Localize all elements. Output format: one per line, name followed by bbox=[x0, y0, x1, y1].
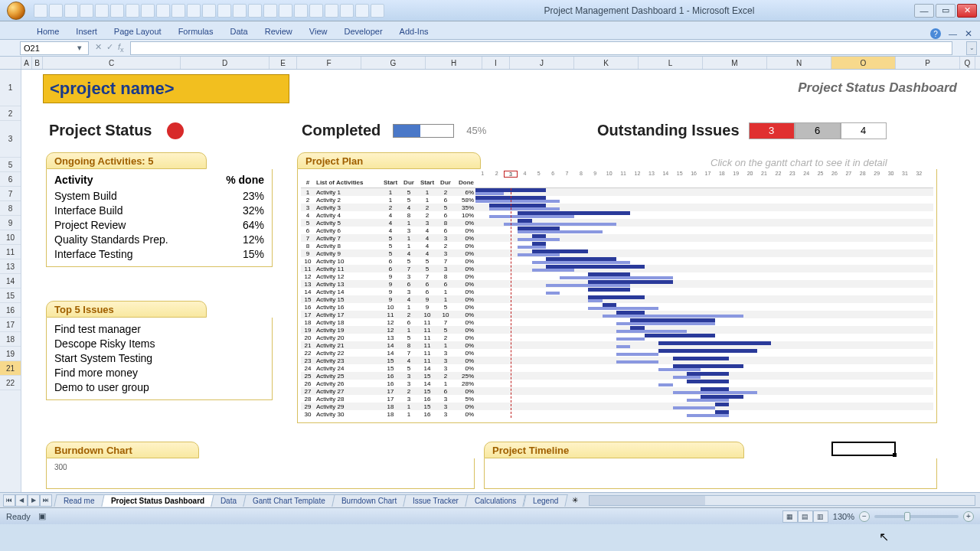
sheet-tab-data[interactable]: Data bbox=[211, 494, 247, 507]
sheet-tab-legend[interactable]: Legend bbox=[523, 494, 568, 507]
zoom-in-button[interactable]: + bbox=[963, 511, 974, 522]
qat-btn[interactable] bbox=[187, 4, 201, 18]
row-header-10[interactable]: 10 bbox=[0, 230, 21, 245]
row-header-13[interactable]: 13 bbox=[0, 259, 21, 274]
qat-btn[interactable] bbox=[340, 4, 354, 18]
qat-undo-icon[interactable] bbox=[49, 4, 63, 18]
ribbon-tab-formulas[interactable]: Formulas bbox=[177, 24, 215, 39]
col-header-L[interactable]: L bbox=[639, 57, 703, 69]
qat-btn[interactable] bbox=[202, 4, 216, 18]
col-header-B[interactable]: B bbox=[32, 57, 43, 69]
row-header-11[interactable]: 11 bbox=[0, 245, 21, 259]
maximize-button[interactable]: ▭ bbox=[936, 4, 956, 18]
col-header-O[interactable]: O bbox=[831, 57, 896, 69]
qat-btn[interactable] bbox=[233, 4, 247, 18]
row-headers[interactable]: 123567891011131415161718192122 bbox=[0, 70, 21, 492]
formula-expand-icon[interactable]: ⌄ bbox=[966, 41, 977, 55]
ribbon-tab-add-ins[interactable]: Add-Ins bbox=[398, 24, 430, 39]
col-header-N[interactable]: N bbox=[767, 57, 831, 69]
qat-save-icon[interactable] bbox=[34, 4, 47, 18]
horizontal-scrollbar[interactable] bbox=[589, 495, 975, 506]
sheet-tab-project-status-dashboard[interactable]: Project Status Dashboard bbox=[101, 494, 214, 507]
cancel-icon[interactable]: ✕ bbox=[95, 42, 102, 54]
tab-nav-last-icon[interactable]: ⏭ bbox=[40, 494, 52, 507]
sheet-tab-burndown-chart[interactable]: Burndown Chart bbox=[332, 494, 407, 507]
row-header-14[interactable]: 14 bbox=[0, 274, 21, 289]
row-header-3[interactable]: 3 bbox=[0, 121, 21, 158]
row-header-19[interactable]: 19 bbox=[0, 347, 21, 361]
zoom-level[interactable]: 130% bbox=[833, 512, 854, 521]
row-header-15[interactable]: 15 bbox=[0, 289, 21, 303]
qat-btn[interactable] bbox=[156, 4, 170, 18]
macro-record-icon[interactable]: ▣ bbox=[38, 511, 46, 521]
qat-btn[interactable] bbox=[263, 4, 277, 18]
row-header-7[interactable]: 7 bbox=[0, 187, 21, 201]
row-header-8[interactable]: 8 bbox=[0, 201, 21, 216]
row-header-9[interactable]: 9 bbox=[0, 216, 21, 230]
selected-cell[interactable] bbox=[831, 442, 896, 456]
qat-btn[interactable] bbox=[80, 4, 93, 18]
ribbon-tab-home[interactable]: Home bbox=[35, 24, 60, 39]
fx-icon[interactable]: fx bbox=[118, 42, 124, 54]
col-header-D[interactable]: D bbox=[181, 57, 270, 69]
col-header-C[interactable]: C bbox=[43, 57, 181, 69]
new-sheet-icon[interactable]: ✳ bbox=[566, 496, 584, 504]
tab-nav-first-icon[interactable]: ⏮ bbox=[3, 494, 15, 507]
name-box-dropdown-icon[interactable]: ▾ bbox=[74, 43, 85, 53]
tab-nav-next-icon[interactable]: ▶ bbox=[28, 494, 40, 507]
qat-btn[interactable] bbox=[294, 4, 308, 18]
col-header-G[interactable]: G bbox=[361, 57, 426, 69]
ribbon-minimize-icon[interactable]: — bbox=[949, 29, 957, 38]
minimize-button[interactable]: — bbox=[914, 4, 934, 18]
qat-btn[interactable] bbox=[217, 4, 231, 18]
close-button[interactable]: ✕ bbox=[957, 4, 977, 18]
project-name-cell[interactable]: <project name> bbox=[43, 74, 289, 103]
col-header-J[interactable]: J bbox=[510, 57, 574, 69]
qat-btn[interactable] bbox=[325, 4, 338, 18]
qat-btn[interactable] bbox=[355, 4, 369, 18]
qat-btn[interactable] bbox=[126, 4, 139, 18]
fill-handle[interactable] bbox=[893, 453, 897, 457]
row-header-17[interactable]: 17 bbox=[0, 318, 21, 332]
qat-btn[interactable] bbox=[371, 4, 384, 18]
col-header-P[interactable]: P bbox=[896, 57, 960, 69]
select-all-button[interactable] bbox=[0, 57, 21, 69]
ribbon-tab-insert[interactable]: Insert bbox=[74, 24, 99, 39]
qat-btn[interactable] bbox=[279, 4, 292, 18]
worksheet[interactable]: <project name> Project Status Dashboard … bbox=[21, 70, 980, 492]
row-header-2[interactable]: 2 bbox=[0, 106, 21, 121]
qat-redo-icon[interactable] bbox=[64, 4, 78, 18]
col-header-F[interactable]: F bbox=[297, 57, 361, 69]
qat-btn[interactable] bbox=[110, 4, 124, 18]
ribbon-tab-review[interactable]: Review bbox=[263, 24, 294, 39]
view-normal-icon[interactable]: ▦ bbox=[782, 510, 798, 523]
gantt-panel[interactable]: Project Plan 123456789101112131415161718… bbox=[297, 152, 937, 423]
qat-btn[interactable] bbox=[141, 4, 155, 18]
qat-btn[interactable] bbox=[95, 4, 109, 18]
row-header-1[interactable]: 1 bbox=[0, 70, 21, 106]
ribbon-tab-view[interactable]: View bbox=[308, 24, 329, 39]
row-header-16[interactable]: 16 bbox=[0, 303, 21, 318]
col-header-E[interactable]: E bbox=[270, 57, 297, 69]
sheet-tab-read-me[interactable]: Read me bbox=[54, 494, 104, 507]
row-header-21[interactable]: 21 bbox=[0, 361, 21, 376]
qat-btn[interactable] bbox=[248, 4, 262, 18]
col-header-K[interactable]: K bbox=[574, 57, 639, 69]
column-headers[interactable]: ABCDEFGHIJKLMNOPQ bbox=[0, 57, 980, 70]
tab-nav-prev-icon[interactable]: ◀ bbox=[15, 494, 28, 507]
col-header-A[interactable]: A bbox=[21, 57, 32, 69]
ribbon-tab-data[interactable]: Data bbox=[228, 24, 249, 39]
formula-input[interactable] bbox=[130, 41, 952, 55]
help-icon[interactable]: ? bbox=[930, 28, 941, 39]
row-header-6[interactable]: 6 bbox=[0, 172, 21, 187]
ribbon-tab-developer[interactable]: Developer bbox=[342, 24, 384, 39]
sheet-tab-gantt-chart-template[interactable]: Gantt Chart Template bbox=[243, 494, 335, 507]
name-box[interactable]: O21 ▾ bbox=[20, 41, 89, 55]
view-pagebreak-icon[interactable]: ▥ bbox=[813, 510, 828, 523]
ribbon-tab-page-layout[interactable]: Page Layout bbox=[113, 24, 163, 39]
col-header-H[interactable]: H bbox=[426, 57, 482, 69]
view-layout-icon[interactable]: ▤ bbox=[798, 510, 813, 523]
col-header-I[interactable]: I bbox=[482, 57, 510, 69]
office-button[interactable] bbox=[3, 0, 29, 21]
col-header-Q[interactable]: Q bbox=[960, 57, 975, 69]
